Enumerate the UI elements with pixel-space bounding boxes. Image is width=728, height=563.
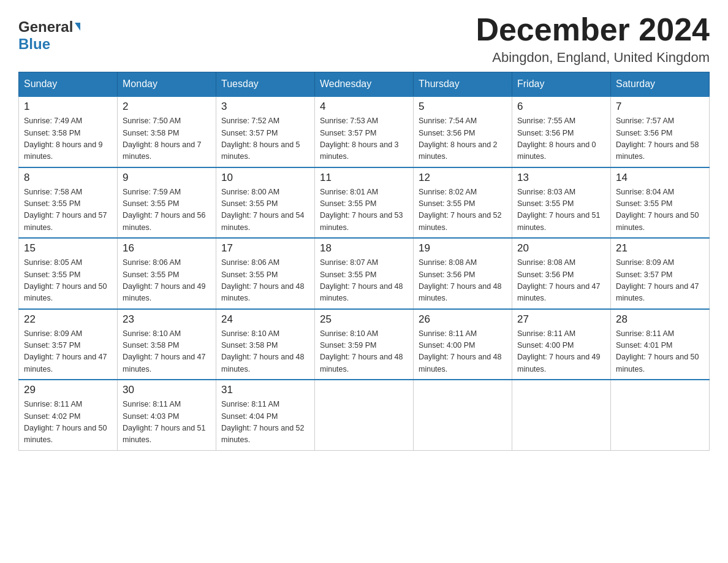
day-info: Sunrise: 8:11 AMSunset: 4:00 PMDaylight:… — [419, 329, 502, 373]
day-info: Sunrise: 8:10 AMSunset: 3:59 PMDaylight:… — [320, 329, 403, 373]
day-cell: 9 Sunrise: 7:59 AMSunset: 3:55 PMDayligh… — [118, 167, 216, 239]
day-cell: 10 Sunrise: 8:00 AMSunset: 3:55 PMDaylig… — [216, 167, 315, 239]
day-number: 17 — [221, 242, 309, 255]
day-info: Sunrise: 8:11 AMSunset: 4:02 PMDaylight:… — [24, 400, 107, 444]
day-info: Sunrise: 8:11 AMSunset: 4:03 PMDaylight:… — [123, 400, 206, 444]
day-info: Sunrise: 8:09 AMSunset: 3:57 PMDaylight:… — [24, 329, 107, 373]
day-info: Sunrise: 7:49 AMSunset: 3:58 PMDaylight:… — [24, 117, 103, 161]
day-info: Sunrise: 8:10 AMSunset: 3:58 PMDaylight:… — [123, 329, 206, 373]
day-cell: 14 Sunrise: 8:04 AMSunset: 3:55 PMDaylig… — [611, 167, 710, 239]
day-number: 25 — [320, 313, 408, 326]
header-sunday: Sunday — [19, 72, 118, 97]
day-info: Sunrise: 8:08 AMSunset: 3:56 PMDaylight:… — [517, 258, 601, 302]
day-number: 4 — [320, 101, 408, 113]
day-info: Sunrise: 8:10 AMSunset: 3:58 PMDaylight:… — [221, 329, 305, 373]
title-block: December 2024 Abingdon, England, United … — [476, 12, 710, 66]
day-info: Sunrise: 8:06 AMSunset: 3:55 PMDaylight:… — [221, 258, 305, 302]
day-cell: 31 Sunrise: 8:11 AMSunset: 4:04 PMDaylig… — [216, 380, 315, 450]
day-cell: 11 Sunrise: 8:01 AMSunset: 3:55 PMDaylig… — [315, 167, 414, 239]
day-number: 12 — [419, 172, 507, 184]
day-cell: 7 Sunrise: 7:57 AMSunset: 3:56 PMDayligh… — [611, 96, 710, 167]
day-info: Sunrise: 8:01 AMSunset: 3:55 PMDaylight:… — [320, 188, 403, 232]
day-number: 11 — [320, 172, 408, 184]
location-title: Abingdon, England, United Kingdom — [476, 50, 710, 66]
day-number: 21 — [616, 242, 704, 255]
day-info: Sunrise: 8:11 AMSunset: 4:01 PMDaylight:… — [616, 329, 699, 373]
weekday-header-row: Sunday Monday Tuesday Wednesday Thursday… — [19, 72, 710, 97]
day-info: Sunrise: 8:02 AMSunset: 3:55 PMDaylight:… — [419, 188, 502, 232]
day-cell: 16 Sunrise: 8:06 AMSunset: 3:55 PMDaylig… — [118, 238, 216, 309]
day-info: Sunrise: 8:08 AMSunset: 3:56 PMDaylight:… — [419, 258, 502, 302]
day-info: Sunrise: 8:06 AMSunset: 3:55 PMDaylight:… — [123, 258, 206, 302]
day-info: Sunrise: 8:04 AMSunset: 3:55 PMDaylight:… — [616, 188, 699, 232]
day-info: Sunrise: 8:11 AMSunset: 4:00 PMDaylight:… — [517, 329, 601, 373]
day-number: 8 — [24, 172, 112, 184]
day-number: 9 — [123, 172, 211, 184]
day-info: Sunrise: 8:09 AMSunset: 3:57 PMDaylight:… — [616, 258, 699, 302]
day-cell: 8 Sunrise: 7:58 AMSunset: 3:55 PMDayligh… — [19, 167, 118, 239]
day-number: 2 — [123, 101, 211, 113]
day-number: 6 — [517, 101, 605, 113]
day-cell — [512, 380, 611, 450]
day-cell: 19 Sunrise: 8:08 AMSunset: 3:56 PMDaylig… — [414, 238, 512, 309]
header-monday: Monday — [118, 72, 216, 97]
day-info: Sunrise: 8:05 AMSunset: 3:55 PMDaylight:… — [24, 258, 107, 302]
day-number: 28 — [616, 313, 704, 326]
week-row-2: 8 Sunrise: 7:58 AMSunset: 3:55 PMDayligh… — [19, 167, 710, 239]
day-cell: 6 Sunrise: 7:55 AMSunset: 3:56 PMDayligh… — [512, 96, 611, 167]
day-cell: 25 Sunrise: 8:10 AMSunset: 3:59 PMDaylig… — [315, 309, 414, 380]
day-cell: 22 Sunrise: 8:09 AMSunset: 3:57 PMDaylig… — [19, 309, 118, 380]
day-cell: 13 Sunrise: 8:03 AMSunset: 3:55 PMDaylig… — [512, 167, 611, 239]
day-number: 5 — [419, 101, 507, 113]
day-info: Sunrise: 7:50 AMSunset: 3:58 PMDaylight:… — [123, 117, 202, 161]
day-number: 1 — [24, 101, 112, 113]
day-cell: 1 Sunrise: 7:49 AMSunset: 3:58 PMDayligh… — [19, 96, 118, 167]
header-tuesday: Tuesday — [216, 72, 315, 97]
day-cell — [414, 380, 512, 450]
day-cell: 4 Sunrise: 7:53 AMSunset: 3:57 PMDayligh… — [315, 96, 414, 167]
day-info: Sunrise: 8:07 AMSunset: 3:55 PMDaylight:… — [320, 258, 403, 302]
week-row-3: 15 Sunrise: 8:05 AMSunset: 3:55 PMDaylig… — [19, 238, 710, 309]
page-header: General Blue December 2024 Abingdon, Eng… — [18, 12, 710, 66]
day-cell: 12 Sunrise: 8:02 AMSunset: 3:55 PMDaylig… — [414, 167, 512, 239]
day-cell: 27 Sunrise: 8:11 AMSunset: 4:00 PMDaylig… — [512, 309, 611, 380]
day-cell: 30 Sunrise: 8:11 AMSunset: 4:03 PMDaylig… — [118, 380, 216, 450]
day-number: 13 — [517, 172, 605, 184]
day-cell: 24 Sunrise: 8:10 AMSunset: 3:58 PMDaylig… — [216, 309, 315, 380]
day-info: Sunrise: 7:58 AMSunset: 3:55 PMDaylight:… — [24, 188, 107, 232]
logo-arrow-icon — [75, 23, 80, 31]
month-title: December 2024 — [476, 12, 710, 47]
header-saturday: Saturday — [611, 72, 710, 97]
day-info: Sunrise: 8:00 AMSunset: 3:55 PMDaylight:… — [221, 188, 305, 232]
week-row-4: 22 Sunrise: 8:09 AMSunset: 3:57 PMDaylig… — [19, 309, 710, 380]
header-friday: Friday — [512, 72, 611, 97]
day-number: 18 — [320, 242, 408, 255]
day-cell: 28 Sunrise: 8:11 AMSunset: 4:01 PMDaylig… — [611, 309, 710, 380]
day-cell — [611, 380, 710, 450]
day-cell: 23 Sunrise: 8:10 AMSunset: 3:58 PMDaylig… — [118, 309, 216, 380]
logo-blue-text: Blue — [18, 36, 50, 52]
day-info: Sunrise: 8:03 AMSunset: 3:55 PMDaylight:… — [517, 188, 601, 232]
day-number: 20 — [517, 242, 605, 255]
day-number: 29 — [24, 384, 112, 396]
day-number: 22 — [24, 313, 112, 326]
day-number: 7 — [616, 101, 704, 113]
day-cell: 26 Sunrise: 8:11 AMSunset: 4:00 PMDaylig… — [414, 309, 512, 380]
day-number: 26 — [419, 313, 507, 326]
day-cell: 18 Sunrise: 8:07 AMSunset: 3:55 PMDaylig… — [315, 238, 414, 309]
day-number: 30 — [123, 384, 211, 396]
logo: General Blue — [18, 18, 80, 53]
day-cell: 21 Sunrise: 8:09 AMSunset: 3:57 PMDaylig… — [611, 238, 710, 309]
day-info: Sunrise: 7:59 AMSunset: 3:55 PMDaylight:… — [123, 188, 206, 232]
day-cell: 20 Sunrise: 8:08 AMSunset: 3:56 PMDaylig… — [512, 238, 611, 309]
day-info: Sunrise: 7:52 AMSunset: 3:57 PMDaylight:… — [221, 117, 300, 161]
week-row-5: 29 Sunrise: 8:11 AMSunset: 4:02 PMDaylig… — [19, 380, 710, 450]
day-number: 3 — [221, 101, 309, 113]
day-number: 14 — [616, 172, 704, 184]
day-number: 15 — [24, 242, 112, 255]
day-number: 16 — [123, 242, 211, 255]
logo-general-text: General — [18, 18, 73, 36]
day-cell: 2 Sunrise: 7:50 AMSunset: 3:58 PMDayligh… — [118, 96, 216, 167]
day-info: Sunrise: 7:54 AMSunset: 3:56 PMDaylight:… — [419, 117, 498, 161]
week-row-1: 1 Sunrise: 7:49 AMSunset: 3:58 PMDayligh… — [19, 96, 710, 167]
